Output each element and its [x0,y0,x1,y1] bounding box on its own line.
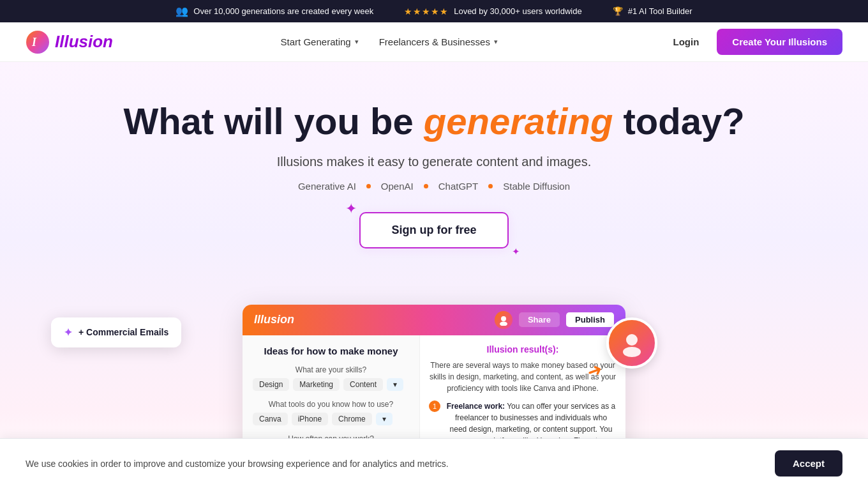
demo-card-header: Illusion Share Publish [243,305,625,335]
float-card-commercial: ✦ + Commercial Emails [51,317,181,347]
demo-result-item-label-1: Freelance work: [447,402,505,411]
sparkle-icon-tl: ✦ [345,201,357,217]
logo-icon: I [26,30,50,54]
float-avatar-container: ➜ [606,317,657,369]
demo-tag-content: Content [343,378,383,391]
logo[interactable]: I Illusion [26,30,113,54]
tag-stable-diffusion: Stable Diffusion [503,181,570,192]
announcement-item-stars: ★★★★★ Loved by 30,000+ users worldwide [404,6,582,17]
tag-openai: OpenAI [381,181,414,192]
hero-subtitle: Illusions makes it easy to generate cont… [13,155,855,169]
demo-tag-design: Design [253,378,289,391]
announcement-item-builder: 🏆 #1 AI Tool Builder [613,6,692,16]
nav-start-generating[interactable]: Start Generating ▾ [281,36,359,47]
announcement-item-generations: 👥 Over 10,000 generations are created ev… [176,5,373,17]
announcement-loved-text: Loved by 30,000+ users worldwide [454,6,582,16]
svg-point-3 [500,321,507,326]
announcement-builder-text: #1 AI Tool Builder [628,6,692,16]
navbar: I Illusion Start Generating ▾ Freelancer… [0,22,868,62]
hero-title-part1: What will you be [123,100,423,142]
login-button[interactable]: Login [666,31,707,52]
hero-tags: Generative AI OpenAI ChatGPT Stable Diff… [13,181,855,192]
svg-point-5 [623,347,641,357]
demo-question-skills: What are your skills? Design Marketing C… [253,365,409,391]
demo-tag-canva: Canva [253,413,288,425]
demo-tag-iphone: iPhone [292,413,328,425]
float-card-commercial-label: + Commercial Emails [79,327,168,337]
chevron-down-icon: ▾ [494,38,498,46]
demo-result-title: Illusion result(s): [429,344,617,355]
demo-avatar [495,311,513,329]
create-illusions-button[interactable]: Create Your Illusions [717,29,842,55]
float-avatar [606,317,657,369]
tag-generative-ai: Generative AI [298,181,356,192]
nav-start-generating-label: Start Generating [281,36,351,47]
demo-tag-marketing: Marketing [293,378,340,391]
signup-button[interactable]: Sign up for free [359,212,508,248]
tag-dot-1 [366,184,371,188]
star-rating: ★★★★★ [404,6,449,17]
demo-question-tools: What tools do you know how to use? Canva… [253,400,409,425]
nav-actions: Login Create Your Illusions [666,29,842,55]
demo-card-logo: Illusion [254,313,294,326]
sparkle-icon-br: ✦ [512,246,520,257]
demo-tag-chrome: Chrome [332,413,372,425]
accept-button[interactable]: Accept [775,450,842,477]
tag-chatgpt: ChatGPT [438,181,479,192]
svg-point-0 [26,31,49,54]
svg-text:I: I [31,36,37,49]
demo-question-skills-label: What are your skills? [253,365,409,374]
demo-tag-select-skills[interactable]: ▾ [387,378,403,391]
tag-dot-3 [488,184,493,188]
tag-dot-2 [424,184,428,188]
demo-result-num-1: 1 [429,400,440,412]
cookie-text: We use cookies in order to improve and c… [26,459,449,469]
hero-title-part2: today? [613,100,744,142]
float-avatar-wrap: ➜ [606,317,657,369]
nav-links: Start Generating ▾ Freelancers & Busines… [281,36,498,47]
svg-point-2 [501,316,506,321]
demo-tags-skills: Design Marketing Content ▾ [253,378,409,391]
cookie-banner: We use cookies in order to improve and c… [0,438,868,488]
hero-title: What will you be generating today? [13,100,855,143]
demo-tags-tools: Canva iPhone Chrome ▾ [253,413,409,425]
demo-question-tools-label: What tools do you know how to use? [253,400,409,409]
chevron-down-icon: ▾ [355,38,359,46]
nav-freelancers-label: Freelancers & Businesses [379,36,490,47]
hero-section: What will you be generating today? Illus… [0,62,868,488]
announcement-bar: 👥 Over 10,000 generations are created ev… [0,0,868,22]
logo-text: Illusion [55,32,113,52]
demo-header-actions: Share Publish [495,311,614,329]
demo-share-button[interactable]: Share [519,312,560,327]
announcement-generations-text: Over 10,000 generations are created ever… [193,6,373,16]
trophy-icon: 🏆 [613,6,623,16]
hero-title-highlight: generating [424,100,613,142]
sparkle-icon-commercial: ✦ [64,326,72,339]
nav-freelancers-businesses[interactable]: Freelancers & Businesses ▾ [379,36,498,47]
demo-tag-select-tools[interactable]: ▾ [376,413,393,425]
demo-question-title: Ideas for how to make money [253,346,409,356]
svg-point-4 [626,334,638,346]
users-icon: 👥 [176,5,188,17]
